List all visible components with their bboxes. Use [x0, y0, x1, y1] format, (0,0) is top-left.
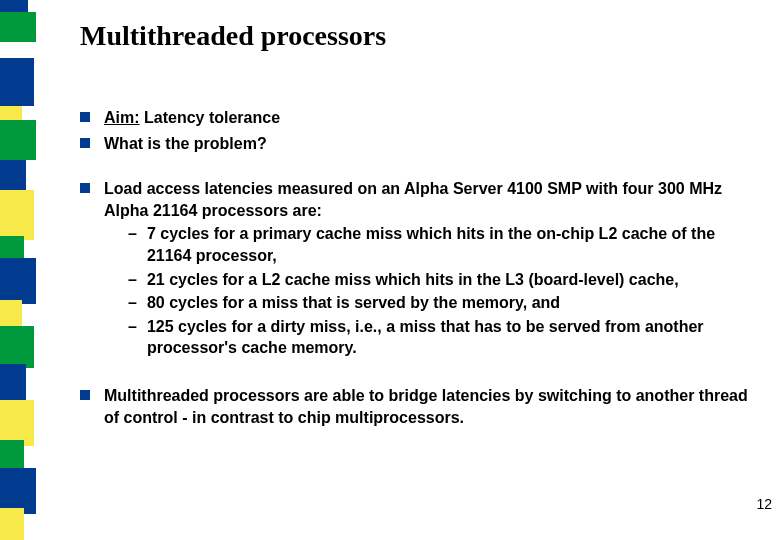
sub-item: – 80 cycles for a miss that is served by…: [128, 292, 760, 314]
sub-list: – 7 cycles for a primary cache miss whic…: [128, 223, 760, 359]
sub-item: – 21 cycles for a L2 cache miss which hi…: [128, 269, 760, 291]
dash-bullet-icon: –: [128, 269, 137, 291]
bullet-text: What is the problem?: [104, 133, 760, 155]
dash-bullet-icon: –: [128, 223, 137, 245]
dash-bullet-icon: –: [128, 292, 137, 314]
square-bullet-icon: [80, 138, 90, 148]
bullet-item: Multithreaded processors are able to bri…: [80, 385, 760, 428]
bullet-item: Load access latencies measured on an Alp…: [80, 178, 760, 361]
sub-text: 7 cycles for a primary cache miss which …: [147, 223, 760, 266]
bullet-item: What is the problem?: [80, 133, 760, 155]
sub-text: 125 cycles for a dirty miss, i.e., a mis…: [147, 316, 760, 359]
square-bullet-icon: [80, 183, 90, 193]
sub-item: – 125 cycles for a dirty miss, i.e., a m…: [128, 316, 760, 359]
square-bullet-icon: [80, 112, 90, 122]
bullet-group-2: Load access latencies measured on an Alp…: [80, 178, 760, 361]
sub-text: 21 cycles for a L2 cache miss which hits…: [147, 269, 760, 291]
bullet-group-1: Aim: Latency tolerance What is the probl…: [80, 107, 760, 154]
bullet-group-3: Multithreaded processors are able to bri…: [80, 385, 760, 428]
sidebar-decoration: [0, 0, 40, 540]
dash-bullet-icon: –: [128, 316, 137, 338]
bullet-item: Aim: Latency tolerance: [80, 107, 760, 129]
square-bullet-icon: [80, 390, 90, 400]
slide-title: Multithreaded processors: [80, 20, 760, 52]
page-number: 12: [756, 496, 772, 512]
bullet-text: Aim: Latency tolerance: [104, 107, 760, 129]
sub-item: – 7 cycles for a primary cache miss whic…: [128, 223, 760, 266]
slide-content: Multithreaded processors Aim: Latency to…: [80, 20, 760, 520]
bullet-text: Load access latencies measured on an Alp…: [104, 178, 760, 361]
sub-text: 80 cycles for a miss that is served by t…: [147, 292, 760, 314]
bullet-text: Multithreaded processors are able to bri…: [104, 385, 760, 428]
